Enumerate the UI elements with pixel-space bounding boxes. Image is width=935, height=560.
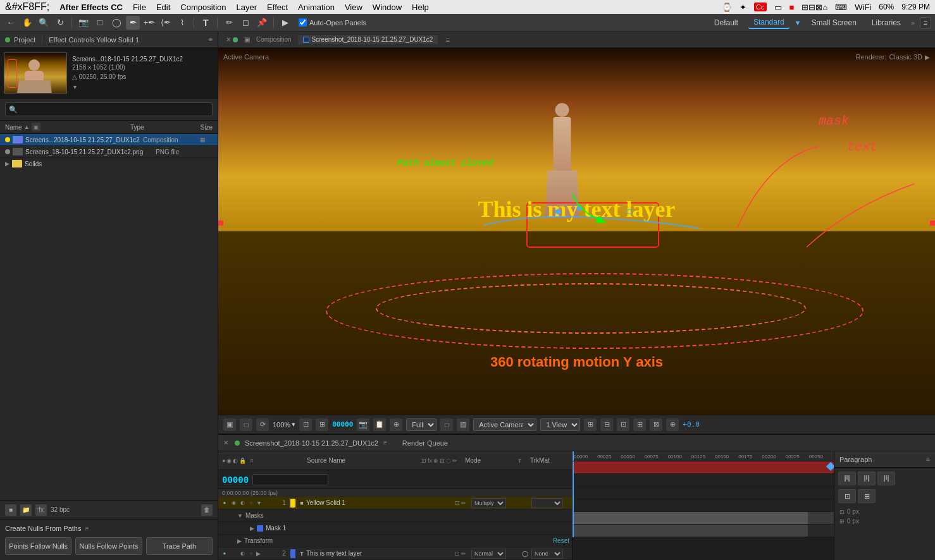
- camera-tool[interactable]: 📷: [77, 16, 90, 30]
- render-queue-btn[interactable]: Render Queue: [402, 439, 448, 447]
- masks-expand[interactable]: ▼: [237, 513, 243, 519]
- menu-composition[interactable]: Composition: [180, 3, 226, 12]
- pin-tool[interactable]: 📌: [255, 16, 269, 30]
- view-btn2[interactable]: ⊟: [600, 418, 613, 431]
- renderer-arrow[interactable]: ▶: [925, 54, 930, 61]
- layer-2-audio[interactable]: ◉: [230, 550, 237, 557]
- workspace-default[interactable]: Default: [709, 17, 743, 28]
- view-btn3[interactable]: ⊡: [617, 418, 629, 431]
- align-left-btn[interactable]: [838, 472, 856, 485]
- apple-menu[interactable]: &#xF8FF;: [5, 1, 49, 13]
- layer-2-solo[interactable]: ◐: [238, 550, 246, 557]
- quality-select[interactable]: Full: [406, 418, 437, 431]
- new-comp-icon[interactable]: ■: [5, 504, 16, 516]
- snapshot-btn[interactable]: 📷: [357, 418, 369, 431]
- view-btn4[interactable]: ⊞: [633, 418, 646, 431]
- menu-window[interactable]: Window: [373, 3, 402, 12]
- menu-edit[interactable]: Edit: [156, 3, 170, 12]
- camera-select[interactable]: Active Camera: [473, 418, 536, 431]
- layer-1-eye[interactable]: ●: [221, 499, 228, 507]
- mask-1-expand[interactable]: ▶: [250, 525, 254, 532]
- indent-btn2[interactable]: ⊞: [858, 489, 876, 503]
- timeline-menu[interactable]: ≡: [383, 439, 387, 446]
- workspace-more[interactable]: »: [911, 19, 915, 27]
- auto-open-panels-checkbox[interactable]: Auto-Open Panels: [299, 18, 366, 27]
- menu-effect[interactable]: Effect: [267, 3, 288, 12]
- view-select[interactable]: 1 View: [540, 418, 580, 431]
- layer-2-lock[interactable]: ○: [247, 550, 255, 557]
- new-folder-icon[interactable]: 📁: [20, 504, 32, 516]
- layer-row-2[interactable]: ● ◉ ◐ ○ ▶ 2 T This is my text layer ⊡ ✏: [218, 547, 572, 560]
- layer-2-eye[interactable]: ●: [221, 550, 228, 557]
- file-item-png[interactable]: Screens_18-10-15 21.25.27_DUX1c2.png PNG…: [0, 146, 218, 158]
- cc-btn-4[interactable]: ⊡: [299, 418, 312, 431]
- workspace-libraries[interactable]: Libraries: [867, 17, 906, 28]
- view-btn1[interactable]: ⊞: [584, 418, 597, 431]
- timeline-close[interactable]: ✕: [223, 439, 228, 446]
- layer-2-switch-icon[interactable]: ⊡: [455, 551, 460, 557]
- eraser-tool[interactable]: ◻: [238, 16, 252, 30]
- pen-tool[interactable]: ✒: [126, 16, 140, 30]
- transparency-btn[interactable]: ▨: [457, 418, 469, 431]
- menu-file[interactable]: File: [133, 3, 146, 12]
- reset-link[interactable]: Reset: [553, 537, 569, 544]
- layer-1-expand[interactable]: ▼: [256, 500, 262, 506]
- comp-timecode[interactable]: 00000: [332, 420, 353, 429]
- comp-tab[interactable]: Screenshot_2018-10-15 21.25.27_DUX1c2: [298, 35, 438, 44]
- text-tool[interactable]: T: [199, 16, 213, 30]
- trace-path-btn[interactable]: Trace Path: [146, 537, 213, 555]
- align-right-btn[interactable]: [877, 472, 895, 485]
- workspace-standard[interactable]: Standard: [748, 16, 789, 29]
- tl-timecode[interactable]: 00000: [222, 475, 249, 485]
- view-btn5[interactable]: ⊠: [650, 418, 662, 431]
- add-vertex-tool[interactable]: +✒: [142, 16, 156, 30]
- paragraph-menu[interactable]: ≡: [926, 456, 930, 463]
- workspace-btn-extra[interactable]: ≡: [920, 17, 931, 28]
- align-center-btn[interactable]: [858, 472, 876, 485]
- nulls-follow-points-btn[interactable]: Nulls Follow Points: [75, 537, 142, 555]
- layer-2-expand[interactable]: ▶: [256, 551, 261, 557]
- menu-help[interactable]: Help: [412, 3, 429, 12]
- menu-view[interactable]: View: [345, 3, 362, 12]
- layer-1-solo[interactable]: ◐: [238, 499, 246, 507]
- layer-1-switch-icon[interactable]: ⊡: [455, 500, 460, 506]
- delete-icon[interactable]: 🗑: [201, 504, 213, 516]
- indent-btn1[interactable]: ⊡: [838, 489, 856, 503]
- comp-close-x[interactable]: ✕: [226, 36, 231, 43]
- convert-vertex-tool[interactable]: ⟨✒: [159, 16, 173, 30]
- paint-tool[interactable]: ✏: [222, 16, 236, 30]
- view-btn6[interactable]: ⊕: [666, 418, 679, 431]
- track-3[interactable]: [573, 525, 834, 537]
- cc-btn-3[interactable]: ⟳: [256, 418, 269, 431]
- layer-1-lock[interactable]: ○: [247, 499, 255, 507]
- selection-tool[interactable]: ←: [4, 16, 18, 30]
- auto-open-checkbox-input[interactable]: [299, 18, 307, 27]
- layer-1-audio[interactable]: ◉: [230, 499, 237, 507]
- track-2[interactable]: [573, 512, 834, 525]
- zoom-tool[interactable]: 🔍: [37, 16, 51, 30]
- cc-btn-1[interactable]: ▣: [223, 418, 236, 431]
- layer-2-trkmat-select[interactable]: None: [531, 549, 563, 559]
- hand-tool[interactable]: ✋: [20, 16, 34, 30]
- grid-btn[interactable]: ⊕: [390, 418, 402, 431]
- layer-row-1[interactable]: ● ◉ ◐ ○ ▼ 1 ■ Yellow Solid 1 ⊡: [218, 497, 572, 509]
- menu-layer[interactable]: Layer: [237, 3, 257, 12]
- feather-tool[interactable]: ⌇: [175, 16, 189, 30]
- shape-tool[interactable]: ◯: [109, 16, 123, 30]
- layer-2-mode-select[interactable]: Normal: [471, 549, 506, 559]
- comp-tab-menu[interactable]: ≡: [445, 36, 449, 44]
- layer-search-input[interactable]: [252, 474, 328, 485]
- mask-1-row[interactable]: ▶ Mask 1: [218, 522, 572, 535]
- show-snapshot-btn[interactable]: 📋: [373, 418, 386, 431]
- create-nulls-menu[interactable]: ≡: [85, 525, 89, 532]
- project-search-input[interactable]: [5, 102, 213, 116]
- preview-btn[interactable]: ▶: [278, 16, 292, 30]
- workspace-arrow[interactable]: ▼: [795, 19, 802, 27]
- transform-expand[interactable]: ▶: [237, 538, 242, 544]
- zoom-control[interactable]: 100% ▾: [273, 420, 295, 429]
- menu-animation[interactable]: Animation: [298, 3, 335, 12]
- folder-item-solids[interactable]: ▶ Solids: [0, 158, 218, 169]
- cc-btn-2[interactable]: □: [240, 418, 252, 431]
- points-follow-nulls-btn[interactable]: Points Follow Nulls: [5, 537, 71, 555]
- workspace-small[interactable]: Small Screen: [806, 17, 861, 28]
